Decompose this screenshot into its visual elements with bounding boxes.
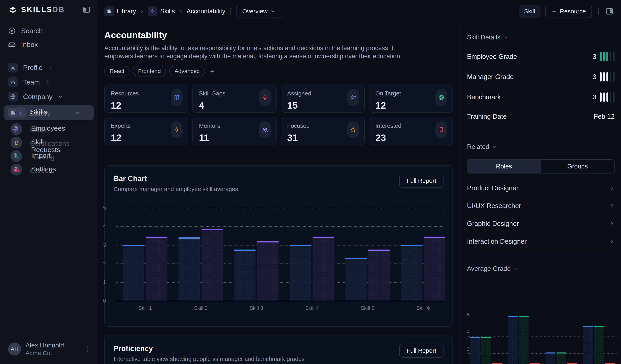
role-item-interaction-designer[interactable]: Interaction Designer (467, 233, 615, 250)
detail-label: Manager Grade (467, 73, 514, 81)
tag-advanced[interactable]: Advanced (169, 66, 205, 76)
stat-card-assigned: Assigned15 (281, 85, 365, 113)
related-header[interactable]: Related (467, 132, 615, 150)
sidebar-item-skills-selected[interactable]: Library Skills (4, 105, 94, 120)
view-dropdown[interactable]: Overview (236, 5, 281, 18)
arrow-up-icon (12, 152, 19, 158)
role-item-graphic-designer[interactable]: Graphic Designer (467, 215, 615, 233)
detail-value: 3 (593, 73, 596, 81)
average-grade-header[interactable]: Average Grade (467, 254, 615, 272)
divider (230, 8, 231, 15)
y-axis-label: 4 (103, 224, 112, 229)
sidebar-item-label: Profile (23, 64, 42, 71)
breadcrumb: LibrarySkillsAccountabilityOverview (104, 5, 281, 18)
add-tag-button[interactable]: + (210, 67, 214, 75)
gridline (467, 319, 617, 319)
tag-row: ReactFrontendAdvanced+ (104, 66, 453, 76)
role-label: Interaction Designer (467, 238, 527, 245)
inbox-icon (8, 41, 16, 48)
page-description: Accountability is the ability to take re… (104, 44, 406, 60)
books-icon (104, 6, 114, 16)
tab-roles[interactable]: Roles (467, 160, 541, 173)
main-content: Accountability Accountability is the abi… (98, 23, 460, 364)
y-axis-label: 3 (467, 347, 470, 352)
tag-frontend[interactable]: Frontend (133, 66, 166, 76)
skills-bolt-icon (15, 107, 27, 119)
gear-icon (12, 166, 19, 172)
sidebar-item-skill-requests[interactable]: CertificationsSkill Requests (0, 136, 98, 149)
y-axis-label: 1 (103, 279, 112, 285)
bar-green (594, 326, 604, 364)
sidebar-item-profile[interactable]: Profile (0, 60, 98, 75)
chevron-right-icon (178, 9, 183, 14)
detail-row-benchmark: Benchmark3 (467, 92, 615, 102)
related-tabs: RolesGroups (467, 159, 615, 173)
sidebar-item-search[interactable]: Search (0, 24, 98, 38)
plus-icon (552, 9, 557, 14)
stat-card-resources: Resources12 (104, 85, 188, 113)
sidebar-item-label: Company (23, 93, 52, 101)
breadcrumb-item-skills[interactable]: Skills (148, 6, 175, 16)
average-grade-chart: 12345 (467, 284, 617, 364)
detail-value: 3 (593, 93, 596, 101)
sidebar-item-import[interactable]: TrainingImport (0, 149, 98, 163)
kebab-menu-icon[interactable] (84, 346, 91, 352)
role-item-ui-ux-researcher[interactable]: UI/UX Researcher (467, 197, 615, 215)
bar-employee (234, 250, 256, 301)
bar-employee (290, 245, 311, 301)
bar-red (492, 363, 502, 364)
bar-manager (146, 237, 167, 301)
gridline (116, 226, 444, 227)
full-report-button[interactable]: Full Report (399, 174, 444, 188)
bar-blue (470, 337, 480, 364)
sidebar-label-new: Settings (31, 165, 56, 173)
bar-green (519, 316, 529, 364)
sidebar-collapse-icon[interactable] (83, 6, 91, 14)
topbar: LibrarySkillsAccountabilityOverview Skil… (98, 0, 621, 23)
bar-manager (202, 229, 223, 301)
bar-blue (583, 326, 593, 364)
grade-meter (600, 72, 615, 82)
tab-groups[interactable]: Groups (541, 160, 614, 173)
user-footer[interactable]: AH Alex Honnold Acme Co. (0, 334, 98, 364)
bar-blue (546, 352, 555, 364)
target-icon (435, 89, 447, 106)
stat-card-focused: Focused31 (281, 117, 365, 145)
detail-label: Employee Grade (467, 53, 517, 60)
skill-details-title: Skill Details (467, 34, 500, 41)
sidebar-label-new: Employees (31, 124, 65, 132)
grade-meter (600, 52, 615, 61)
tag-react[interactable]: React (104, 66, 130, 76)
users-icon (12, 125, 19, 131)
proficiency-subtitle: Interactive table view showing people vs… (114, 356, 444, 362)
user-plus-icon (347, 89, 359, 106)
detail-value-group: 3 (593, 72, 615, 82)
sidebar-item-company[interactable]: Company (0, 89, 98, 104)
skill-button[interactable]: Skill (519, 5, 541, 17)
right-panel-toggle-icon[interactable] (605, 7, 614, 16)
breadcrumb-item-library[interactable]: Library (104, 6, 136, 16)
sidebar-item-employees[interactable]: SkillsEmployees (0, 122, 98, 136)
sidebar-item-settings[interactable]: CareersSettings (0, 163, 98, 176)
sidebar-item-label: Search (21, 27, 43, 35)
sidebar-item-team[interactable]: Team (0, 75, 98, 89)
skill-details-header[interactable]: Skill Details (467, 23, 615, 41)
globe-icon (8, 92, 18, 102)
chevron-right-icon (48, 65, 53, 70)
logo-row: SKILLSDB (0, 0, 98, 19)
bar-manager (424, 237, 445, 301)
role-item-product-designer[interactable]: Product Designer (467, 179, 615, 197)
sidebar-subitem-icon (11, 164, 22, 175)
full-report-button[interactable]: Full Report (399, 344, 444, 358)
y-axis-label: 5 (103, 205, 112, 211)
stat-card-on-target: On Target12 (369, 85, 453, 113)
sidebar-item-inbox[interactable]: Inbox (0, 38, 98, 51)
compass-icon (8, 27, 16, 35)
x-axis-label: Skill 2 (178, 305, 223, 311)
bookmark-icon (435, 121, 447, 138)
bar-chart: 012345Skill 1Skill 2Skill 3Skill 4Skill … (114, 204, 444, 313)
detail-value: 3 (593, 53, 596, 60)
sidebar-subitem-labels: CertificationsSkill Requests (30, 138, 74, 147)
add-resource-button[interactable]: Resource (545, 5, 592, 18)
topbar-actions: Skill Resource (519, 5, 614, 18)
